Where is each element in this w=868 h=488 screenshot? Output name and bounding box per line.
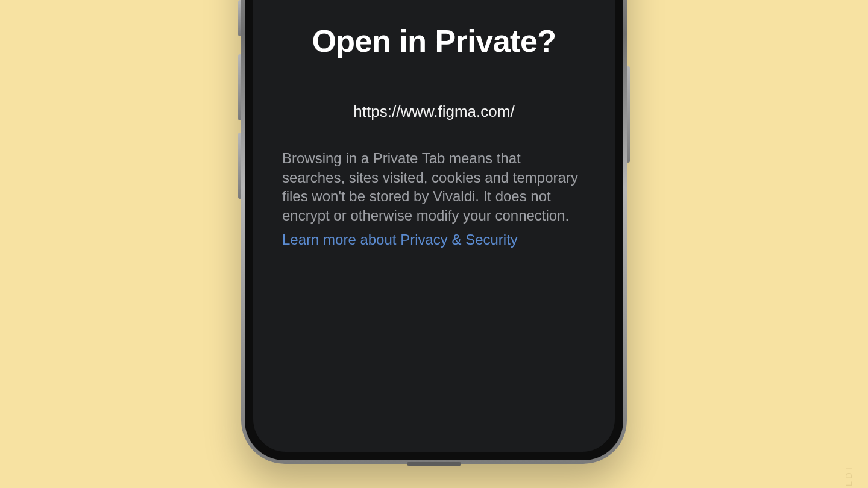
open-in-private-dialog: Open in Private? https://www.figma.com/ …: [253, 8, 615, 452]
learn-more-link[interactable]: Learn more about Privacy & Security: [282, 231, 518, 248]
dialog-description: Browsing in a Private Tab means that sea…: [282, 149, 586, 225]
watermark-text: VIVALDI: [843, 465, 854, 488]
phone-frame: Open in Private? https://www.figma.com/ …: [241, 0, 627, 464]
phone-bottom-slit: [407, 462, 461, 466]
dialog-title: Open in Private?: [282, 23, 586, 59]
phone-screen: Open in Private? https://www.figma.com/ …: [253, 0, 615, 452]
vivaldi-watermark: VIVALDI: [842, 465, 855, 488]
dialog-url: https://www.figma.com/: [282, 102, 586, 121]
